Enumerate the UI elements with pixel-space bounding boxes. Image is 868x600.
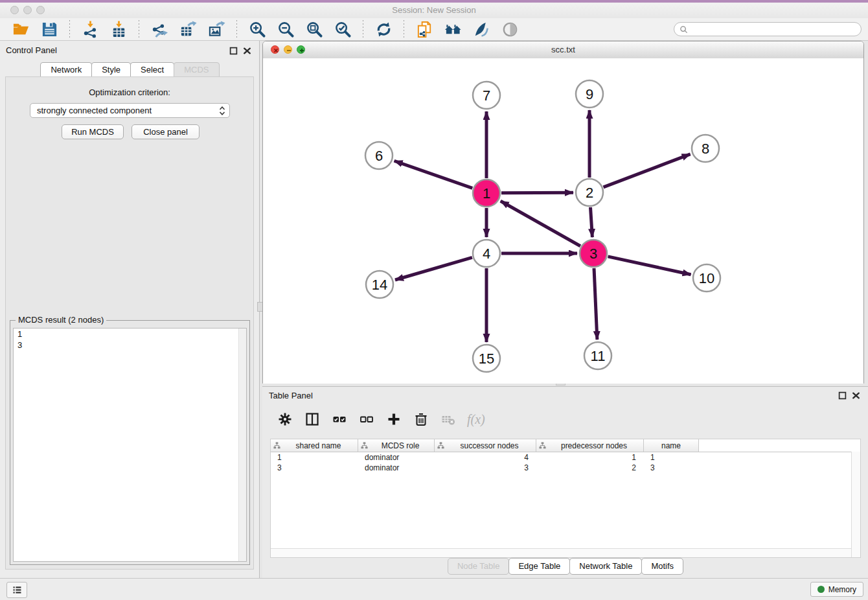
node-7[interactable]: 7 — [473, 82, 500, 109]
delete-table-button[interactable] — [440, 411, 457, 428]
zoom-selected-button[interactable] — [332, 19, 354, 39]
table-cell[interactable]: dominator — [358, 453, 435, 462]
node-2[interactable]: 2 — [576, 179, 603, 206]
network-window-title: scc.txt — [263, 41, 863, 58]
toolbar-separator — [363, 20, 363, 38]
zoom-fit-button[interactable] — [303, 19, 325, 39]
tab-select[interactable]: Select — [130, 62, 174, 78]
close-panel-icon[interactable] — [243, 46, 251, 54]
table-cell[interactable]: 3 — [271, 463, 358, 472]
create-column-button[interactable] — [385, 411, 402, 428]
select-all-columns-button[interactable] — [331, 411, 348, 428]
import-table-button[interactable] — [108, 19, 130, 39]
node-8[interactable]: 8 — [692, 135, 719, 162]
node-11[interactable]: 11 — [584, 342, 611, 369]
table-settings-button[interactable] — [277, 411, 293, 428]
edge-1-2[interactable] — [501, 192, 573, 193]
tab-network[interactable]: Network — [40, 62, 92, 78]
edge-3-11[interactable] — [594, 268, 597, 340]
table-cell[interactable]: 4 — [435, 453, 536, 462]
table-vertical-scrollbar[interactable] — [851, 452, 860, 557]
edge-2-3[interactable] — [590, 207, 592, 237]
import-network-button[interactable] — [79, 19, 101, 39]
tab-network-table[interactable]: Network Table — [569, 558, 642, 575]
toggle-graphics-details-button[interactable] — [470, 19, 492, 39]
tab-style[interactable]: Style — [91, 62, 131, 78]
node-10[interactable]: 10 — [693, 264, 720, 292]
tab-node-table[interactable]: Node Table — [448, 558, 510, 575]
deselect-all-columns-button[interactable] — [358, 411, 375, 428]
result-list-item: 1 — [14, 329, 246, 340]
edge-2-8[interactable] — [604, 154, 691, 187]
delete-column-button[interactable] — [413, 411, 429, 428]
column-header-predecessor-nodes[interactable]: predecessor nodes — [536, 439, 644, 452]
search-input[interactable] — [691, 24, 856, 34]
toggle-columns-button[interactable] — [304, 411, 321, 428]
clone-network-button[interactable] — [413, 19, 435, 39]
table-cell[interactable]: 1 — [271, 453, 358, 462]
table-cell[interactable]: 1 — [536, 453, 644, 462]
column-header-label: name — [646, 441, 696, 450]
mcds-result-list[interactable]: 13 — [13, 328, 247, 562]
node-4[interactable]: 4 — [473, 240, 500, 267]
tab-mcds[interactable]: MCDS — [174, 62, 219, 78]
close-panel-button[interactable]: Close panel — [131, 124, 200, 139]
node-15[interactable]: 15 — [473, 345, 500, 372]
table-cell[interactable]: 2 — [536, 463, 644, 472]
table-horizontal-scrollbar[interactable] — [271, 548, 852, 557]
table-row[interactable]: 3dominator323 — [271, 463, 860, 473]
task-list-button[interactable] — [6, 582, 27, 598]
edge-4-14[interactable] — [395, 257, 472, 280]
edge-1-6[interactable] — [394, 161, 473, 188]
edge-3-1[interactable] — [501, 201, 580, 246]
open-session-button[interactable] — [10, 19, 32, 39]
node-9[interactable]: 9 — [576, 80, 603, 108]
memory-button[interactable]: Memory — [810, 582, 863, 597]
tab-edge-table[interactable]: Edge Table — [508, 558, 570, 575]
run-mcds-button[interactable]: Run MCDS — [62, 124, 124, 139]
float-table-panel-icon[interactable] — [838, 391, 847, 399]
network-canvas[interactable]: 7968124314101511 — [263, 58, 863, 384]
node-14[interactable]: 14 — [366, 271, 393, 298]
table-row[interactable]: 1dominator411 — [271, 452, 860, 463]
result-list-scrollbar[interactable] — [238, 329, 246, 561]
column-header-label: successor nodes — [446, 441, 533, 450]
node-3[interactable]: 3 — [580, 240, 607, 267]
criterion-dropdown[interactable]: strongly connected component — [30, 103, 230, 118]
table-cell[interactable]: 3 — [644, 463, 699, 472]
zoom-selected-icon — [334, 21, 352, 38]
export-network-button[interactable] — [148, 19, 170, 39]
node-6[interactable]: 6 — [365, 142, 393, 169]
clone-network-icon — [416, 21, 433, 38]
float-panel-icon[interactable] — [229, 46, 238, 54]
apply-preferred-layout-button[interactable] — [372, 19, 394, 39]
table-cell[interactable]: 3 — [435, 463, 536, 472]
function-builder-button[interactable]: f(x) — [467, 411, 485, 428]
table-header-filler — [699, 439, 860, 452]
mcds-result-groupbox: MCDS result (2 nodes) 13 — [10, 320, 250, 565]
table-cell[interactable]: dominator — [358, 463, 435, 472]
node-label: 2 — [586, 185, 593, 201]
show-hide-panel-button[interactable] — [499, 19, 521, 39]
tab-motifs[interactable]: Motifs — [641, 558, 683, 575]
table-panel-tabs: Node TableEdge TableNetwork TableMotifs — [262, 558, 868, 575]
save-session-icon — [41, 21, 58, 38]
column-header-name[interactable]: name — [644, 439, 699, 452]
column-header-mcds-role[interactable]: MCDS role — [358, 439, 435, 452]
export-table-button[interactable] — [177, 19, 199, 39]
column-header-shared-name[interactable]: shared name — [271, 439, 358, 452]
export-image-button[interactable] — [205, 19, 227, 39]
zoom-out-button[interactable] — [275, 19, 297, 39]
zoom-in-button[interactable] — [246, 19, 268, 39]
table-panel: Table Panel f(x) shared nameMCDS rolesuc… — [262, 386, 868, 578]
close-table-panel-icon[interactable] — [852, 391, 860, 399]
nested-network-button[interactable] — [442, 19, 464, 39]
save-session-button[interactable] — [38, 19, 60, 39]
table-cell[interactable]: 1 — [644, 453, 699, 462]
network-window-titlebar[interactable]: scc.txt — [263, 41, 863, 59]
select-all-columns-icon — [332, 412, 347, 426]
node-1[interactable]: 1 — [473, 179, 500, 207]
toolbar-separator — [139, 20, 139, 38]
column-header-successor-nodes[interactable]: successor nodes — [435, 439, 536, 452]
edge-3-10[interactable] — [608, 257, 691, 275]
